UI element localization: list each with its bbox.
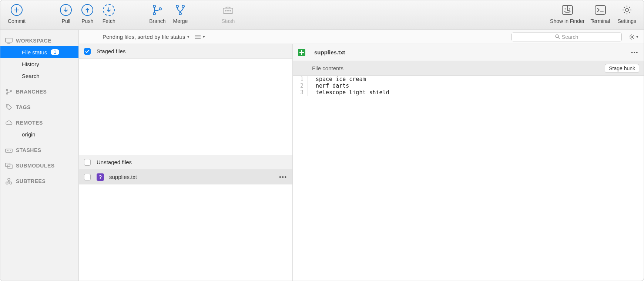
view-mode-dropdown[interactable]: ▾	[195, 34, 205, 39]
unknown-status-icon: ?	[97, 173, 104, 181]
search-placeholder: Search	[562, 34, 578, 40]
remotes-heading-label: REMOTES	[16, 120, 43, 126]
staged-files-header: Staged files	[79, 44, 292, 59]
svg-point-5	[179, 13, 181, 15]
svg-point-4	[182, 5, 184, 7]
push-label: Push	[81, 18, 93, 24]
line-content: space ice cream	[308, 76, 366, 82]
file-checkbox[interactable]	[84, 174, 91, 180]
pull-button[interactable]: Pull	[55, 2, 77, 26]
svg-rect-13	[595, 6, 606, 14]
svg-point-29	[556, 35, 559, 38]
chevron-down-icon: ▾	[636, 34, 638, 39]
diff-filename: supplies.txt	[314, 49, 345, 55]
gear-icon	[620, 3, 634, 17]
fetch-label: Fetch	[103, 18, 115, 24]
tag-icon	[5, 104, 13, 111]
sidebar-tags-heading[interactable]: TAGS	[0, 102, 78, 113]
search-input[interactable]: Search	[511, 33, 622, 41]
hunk-header: File contents Stage hunk	[293, 61, 644, 76]
sidebar-item-origin[interactable]: origin	[0, 128, 78, 140]
stage-hunk-button[interactable]: Stage hunk	[605, 64, 639, 73]
arrow-down-icon	[60, 4, 72, 16]
workspace-heading-label: WORKSPACE	[16, 38, 51, 44]
unstaged-heading-label: Unstaged files	[97, 159, 132, 165]
sidebar-remotes-heading[interactable]: REMOTES	[0, 117, 78, 128]
stash-icon	[221, 3, 235, 17]
sidebar-workspace-heading[interactable]: WORKSPACE	[0, 35, 78, 46]
submodules-heading-label: SUBMODULES	[16, 163, 55, 169]
stash-button[interactable]: Stash	[217, 2, 239, 26]
gear-small-icon	[628, 34, 635, 40]
unstaged-file-row[interactable]: ? supplies.txt •••	[79, 170, 292, 184]
code-line[interactable]: 1space ice cream	[293, 76, 644, 82]
stash-label: Stash	[221, 18, 235, 24]
unstaged-list-area	[79, 184, 292, 281]
svg-point-9	[229, 10, 231, 11]
terminal-icon	[594, 3, 607, 17]
search-icon	[555, 34, 560, 39]
sidebar-item-search[interactable]: Search	[0, 70, 78, 82]
fetch-button[interactable]: Fetch	[98, 2, 120, 26]
terminal-label: Terminal	[591, 18, 610, 24]
staged-heading-label: Staged files	[97, 48, 125, 54]
branch-icon	[151, 3, 164, 17]
files-pane: Staged files Unstaged files ? supplies.t…	[79, 44, 293, 281]
svg-point-1	[153, 13, 155, 15]
hunk-label: File contents	[312, 65, 343, 71]
branch-small-icon	[5, 88, 13, 95]
settings-label: Settings	[617, 18, 636, 24]
arrow-up-icon	[81, 4, 93, 16]
plus-icon	[11, 4, 23, 16]
content-area: WORKSPACE File status 1 History Search B…	[0, 30, 644, 281]
code-line[interactable]: 3telescope light shield	[293, 89, 644, 96]
diff-header: supplies.txt •••	[293, 44, 644, 61]
svg-rect-15	[6, 38, 12, 42]
branch-label: Branch	[149, 18, 165, 24]
show-in-finder-button[interactable]: Show in Finder	[548, 2, 587, 26]
sidebar-branches-heading[interactable]: BRANCHES	[0, 86, 78, 97]
terminal-button[interactable]: Terminal	[587, 2, 614, 26]
sidebar-subtrees-heading[interactable]: SUBTREES	[0, 176, 78, 187]
sidebar-item-history[interactable]: History	[0, 58, 78, 70]
panel-settings-button[interactable]: ▾	[628, 34, 638, 40]
stash-small-icon	[5, 147, 13, 153]
push-button[interactable]: Push	[77, 2, 98, 26]
split-panes: Staged files Unstaged files ? supplies.t…	[79, 44, 644, 281]
svg-point-26	[8, 178, 10, 180]
sidebar-stashes-heading[interactable]: STASHES	[0, 145, 78, 156]
file-status-label: File status	[22, 49, 47, 55]
code-line[interactable]: 2nerf darts	[293, 82, 644, 89]
svg-point-3	[176, 5, 178, 7]
staged-list	[79, 59, 292, 155]
file-actions-button[interactable]: •••	[279, 174, 287, 180]
staged-checkbox[interactable]	[84, 48, 91, 55]
subtrees-heading-label: SUBTREES	[16, 178, 46, 184]
unstaged-checkbox[interactable]	[84, 159, 91, 166]
line-content: nerf darts	[308, 82, 349, 89]
svg-point-23	[10, 150, 11, 151]
origin-label: origin	[22, 131, 36, 138]
svg-point-12	[569, 9, 570, 10]
pending-files-label: Pending files, sorted by file status	[103, 34, 185, 40]
svg-point-17	[6, 93, 8, 94]
settings-button[interactable]: Settings	[614, 2, 640, 26]
search-label: Search	[22, 73, 40, 79]
commit-button[interactable]: Commit	[4, 2, 29, 26]
sidebar-item-file-status[interactable]: File status 1	[0, 46, 78, 58]
svg-point-8	[227, 10, 229, 11]
pending-files-dropdown[interactable]: Pending files, sorted by file status ▾	[103, 34, 189, 40]
subtrees-icon	[5, 178, 13, 184]
merge-button[interactable]: Merge	[170, 2, 192, 26]
diff-actions-button[interactable]: •••	[631, 50, 638, 55]
branch-button[interactable]: Branch	[145, 2, 169, 26]
app-window: Commit Pull Push Fetch Branch	[0, 0, 644, 281]
cloud-icon	[5, 119, 13, 126]
file-status-badge: 1	[51, 49, 59, 55]
code-block: 1space ice cream2nerf darts3telescope li…	[293, 76, 644, 96]
diff-pane: supplies.txt ••• File contents Stage hun…	[293, 44, 644, 281]
sidebar-submodules-heading[interactable]: SUBMODULES	[0, 160, 78, 171]
filter-bar: Pending files, sorted by file status ▾ ▾…	[79, 30, 644, 44]
commit-label: Commit	[8, 18, 26, 24]
main-toolbar: Commit Pull Push Fetch Branch	[0, 0, 644, 30]
